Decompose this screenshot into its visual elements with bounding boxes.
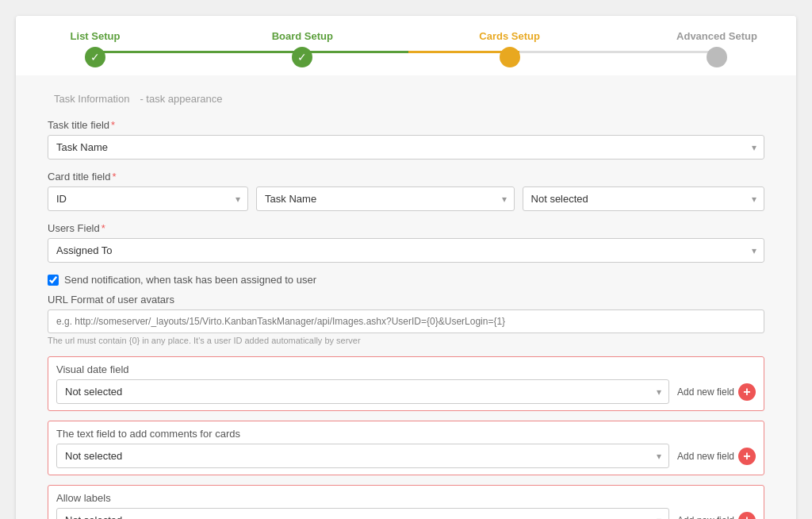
url-format-group: URL Format of user avatars The url must … <box>48 294 764 345</box>
card-col3-select[interactable]: Not selected <box>523 186 764 211</box>
step-cards-setup-label: Cards Setup <box>479 30 540 42</box>
step-board-setup: Board Setup ✓ <box>255 30 350 67</box>
text-field-select-wrapper[interactable]: Not selected <box>56 444 669 468</box>
step-cards-setup-circle <box>500 47 520 67</box>
text-field-row: Not selected Add new field + <box>56 444 756 468</box>
text-field-add-field-button[interactable]: Add new field + <box>677 448 756 465</box>
step-board-setup-circle: ✓ <box>292 47 312 67</box>
card-col1-wrapper[interactable]: ID <box>48 186 248 211</box>
allow-labels-add-icon: + <box>738 512 756 520</box>
send-notification-label: Send notification, when task has been as… <box>64 274 316 286</box>
allow-labels-add-label: Add new field <box>677 515 734 520</box>
text-field-label: The text field to add comments for cards <box>56 428 756 440</box>
allow-labels-label: Allow labels <box>56 492 756 504</box>
visual-date-select-wrapper[interactable]: Not selected <box>56 379 669 404</box>
allow-labels-row: Not selected Add new field + <box>56 508 756 519</box>
step-list-setup-circle: ✓ <box>85 47 105 67</box>
visual-date-add-label: Add new field <box>677 386 734 398</box>
task-title-select[interactable]: Task Name <box>48 135 764 160</box>
card-title-label: Card title field* <box>48 171 764 183</box>
send-notification-row[interactable]: Send notification, when task has been as… <box>48 274 764 286</box>
users-field-select-wrapper[interactable]: Assigned To <box>48 238 764 263</box>
card-title-row: ID Task Name Not selected <box>48 186 764 211</box>
allow-labels-select[interactable]: Not selected <box>56 508 669 519</box>
url-format-label: URL Format of user avatars <box>48 294 764 306</box>
allow-labels-section: Allow labels Not selected Add new field … <box>48 485 764 519</box>
step-board-setup-label: Board Setup <box>272 30 333 42</box>
visual-date-section: Visual date field Not selected Add new f… <box>48 356 764 411</box>
task-title-label: Task title field* <box>48 119 764 131</box>
visual-date-row: Not selected Add new field + <box>56 379 756 404</box>
step-advanced-setup-circle <box>707 47 727 67</box>
card-col3-wrapper[interactable]: Not selected <box>523 186 764 211</box>
step-list-setup-label: List Setup <box>71 30 121 42</box>
users-field-select[interactable]: Assigned To <box>48 238 764 263</box>
card-col2-wrapper[interactable]: Task Name <box>256 186 514 211</box>
text-field-add-icon: + <box>738 448 756 465</box>
users-field-group: Users Field* Assigned To <box>48 222 764 263</box>
task-title-group: Task title field* Task Name <box>48 119 764 160</box>
task-title-select-wrapper[interactable]: Task Name <box>48 135 764 160</box>
allow-labels-add-field-button[interactable]: Add new field + <box>677 512 756 520</box>
send-notification-checkbox[interactable] <box>48 275 59 286</box>
visual-date-add-field-button[interactable]: Add new field + <box>677 383 756 401</box>
text-field-select[interactable]: Not selected <box>56 444 669 468</box>
section-title: Task Information - task appearance <box>48 90 764 106</box>
url-hint: The url must contain {0} in any place. I… <box>48 336 764 345</box>
step-list-setup: List Setup ✓ <box>48 30 143 67</box>
step-cards-setup: Cards Setup <box>462 30 557 67</box>
visual-date-label: Visual date field <box>56 363 756 375</box>
users-field-label: Users Field* <box>48 222 764 234</box>
url-format-input[interactable] <box>48 309 764 333</box>
text-field-section: The text field to add comments for cards… <box>48 421 764 475</box>
step-advanced-setup-label: Advanced Setup <box>676 30 757 42</box>
visual-date-select[interactable]: Not selected <box>56 379 669 404</box>
card-title-group: Card title field* ID Task Name Not selec… <box>48 171 764 211</box>
text-field-add-label: Add new field <box>677 451 734 462</box>
card-col1-select[interactable]: ID <box>48 186 248 211</box>
allow-labels-select-wrapper[interactable]: Not selected <box>56 508 669 519</box>
visual-date-add-icon: + <box>738 383 756 401</box>
step-advanced-setup: Advanced Setup <box>669 30 764 67</box>
card-col2-select[interactable]: Task Name <box>256 186 514 211</box>
